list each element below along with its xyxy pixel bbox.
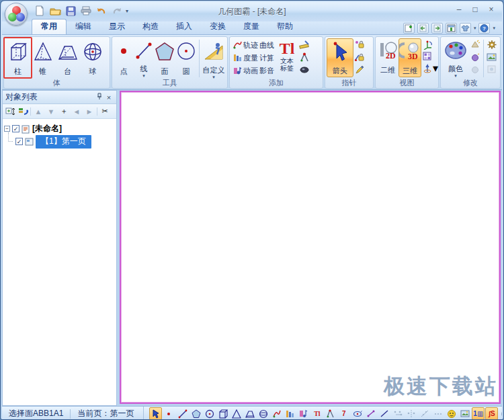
bt-line-icon[interactable]	[176, 407, 189, 420]
bt-calculator-icon[interactable]: 1▥	[472, 407, 485, 420]
bt-prism-icon[interactable]	[216, 407, 229, 420]
app-orb-button[interactable]	[5, 3, 28, 26]
tab-measure[interactable]: 度量	[235, 19, 268, 34]
move-right-icon[interactable]: ►	[84, 106, 95, 117]
tab-edit[interactable]: 编辑	[67, 19, 100, 34]
bt-scene-icon[interactable]	[458, 407, 471, 420]
pin-icon[interactable]	[95, 93, 104, 101]
scene-image-icon[interactable]	[487, 52, 497, 62]
color-dropdown-icon[interactable]: ▾	[454, 74, 457, 78]
bt-circle-icon[interactable]	[203, 407, 216, 420]
grid-view-icon[interactable]	[422, 51, 433, 61]
ruler-tool-icon[interactable]	[299, 40, 310, 50]
bt-measure-icon[interactable]	[284, 407, 296, 420]
custom-dropdown-icon[interactable]: ▾	[212, 75, 215, 79]
bt-smiley-icon[interactable]	[445, 407, 458, 420]
move-up-icon[interactable]: ▲	[33, 106, 44, 117]
tab-construct[interactable]: 构造	[134, 19, 167, 34]
view-3d-button[interactable]: 3D 三维	[398, 38, 421, 77]
sphere-button[interactable]: 球	[80, 38, 105, 77]
window-layout-icon[interactable]	[446, 23, 457, 34]
prism-button[interactable]: 柱	[5, 38, 30, 77]
style-dropdown-icon[interactable]: ▾	[474, 26, 476, 31]
bt-arrow-icon[interactable]	[149, 407, 162, 420]
line-button[interactable]: 线 ▾	[134, 38, 154, 77]
color-button[interactable]: 颜色 ▾	[442, 38, 469, 77]
compass-tool-icon[interactable]	[299, 52, 310, 62]
bt-reflect-icon[interactable]	[405, 407, 417, 420]
bt-point-icon[interactable]	[163, 407, 175, 420]
bt-iterate-icon[interactable]	[431, 407, 444, 420]
panel-close-icon[interactable]: ×	[104, 93, 114, 101]
bt-frustum-icon[interactable]	[243, 407, 256, 420]
page-checkbox[interactable]: ✓	[15, 138, 23, 145]
tree-row-document[interactable]: − ✓ [未命名]	[4, 122, 115, 135]
bt-rotate-icon[interactable]	[351, 407, 364, 420]
style-skin-icon[interactable]	[460, 23, 471, 34]
bt-compass-icon[interactable]	[324, 407, 337, 420]
bt-face-icon[interactable]	[190, 407, 202, 420]
prev-page-icon[interactable]	[417, 23, 429, 34]
collapse-icon[interactable]: −	[4, 126, 10, 132]
tab-transform[interactable]: 变换	[201, 19, 235, 34]
close-button[interactable]: ×	[486, 5, 497, 14]
rotate-axes-icon[interactable]	[422, 40, 433, 50]
view-2d-button[interactable]: 2D 二维	[377, 38, 398, 77]
locus-button[interactable]: 轨迹	[243, 40, 258, 50]
minimize-button[interactable]: –	[454, 5, 464, 14]
frustum-button[interactable]: 台	[55, 38, 80, 77]
bt-animation-icon[interactable]	[297, 407, 310, 420]
effect-icon[interactable]	[487, 65, 497, 75]
sort-refresh-icon[interactable]	[17, 106, 28, 117]
bt-integral-icon[interactable]: ∫S	[485, 407, 498, 420]
bt-translate-icon[interactable]	[391, 407, 404, 420]
cone-button[interactable]: 锥	[30, 38, 55, 77]
bt-cone-icon[interactable]	[230, 407, 243, 420]
material-icon[interactable]	[470, 40, 480, 50]
tab-insert[interactable]: 插入	[167, 19, 201, 34]
bt-sphere-icon[interactable]	[257, 407, 269, 420]
bt-transform-icon[interactable]	[364, 407, 377, 420]
custom-button[interactable]: 自定义 ▾	[202, 38, 226, 77]
text-label-button[interactable]: Tl 文本 标签	[276, 38, 298, 77]
tab-home[interactable]: 常用	[32, 19, 67, 34]
circle-button[interactable]: 圆	[175, 38, 197, 77]
line-dropdown-icon[interactable]: ▾	[142, 74, 145, 78]
move-left-icon[interactable]: ◄	[71, 106, 82, 117]
bt-locus-icon[interactable]	[270, 407, 283, 420]
drawing-canvas[interactable]	[120, 91, 501, 404]
settings-gear-icon[interactable]	[487, 40, 497, 50]
add-page-icon[interactable]	[403, 23, 415, 34]
cut-icon[interactable]: ✂	[99, 106, 110, 117]
add-item-icon[interactable]: ＋	[58, 106, 69, 117]
face-button[interactable]: 面	[154, 38, 175, 77]
texture-icon[interactable]	[470, 65, 480, 75]
document-checkbox[interactable]: ✓	[12, 125, 19, 132]
point-button[interactable]: 点	[114, 38, 134, 77]
lock-object-icon[interactable]	[354, 52, 365, 62]
sphere-style-icon[interactable]	[470, 52, 480, 62]
pencil-icon[interactable]	[354, 65, 365, 75]
axis-icon[interactable]	[422, 63, 433, 73]
bt-scale-icon[interactable]	[418, 407, 431, 420]
bt-globe-icon[interactable]	[499, 407, 502, 420]
maximize-button[interactable]: □	[470, 5, 480, 14]
bt-text-icon[interactable]: Tl	[310, 407, 323, 420]
conic-tool-icon[interactable]	[299, 65, 310, 75]
measure-button[interactable]: 度量	[243, 53, 258, 63]
animation-button[interactable]: 动画	[243, 66, 258, 76]
tab-help[interactable]: 帮助	[268, 19, 302, 34]
view-dropdown-icon[interactable]: ▾	[433, 62, 438, 75]
expand-tree-icon[interactable]	[5, 106, 15, 117]
tab-display[interactable]: 显示	[100, 19, 134, 34]
lock-point-icon[interactable]	[354, 40, 365, 50]
bt-protractor-icon[interactable]: 7	[337, 407, 350, 420]
help-icon[interactable]: ?	[478, 23, 490, 34]
bt-segment-icon[interactable]	[378, 407, 390, 420]
next-page-icon[interactable]	[431, 23, 443, 34]
calc-button[interactable]: 计算	[259, 53, 274, 63]
arrow-pointer-button[interactable]: 箭头	[327, 38, 353, 77]
curve-button[interactable]: 曲线	[259, 40, 274, 50]
media-button[interactable]: 影音	[259, 66, 274, 76]
tree-row-page[interactable]: ✓ 【1】第一页	[4, 135, 115, 148]
